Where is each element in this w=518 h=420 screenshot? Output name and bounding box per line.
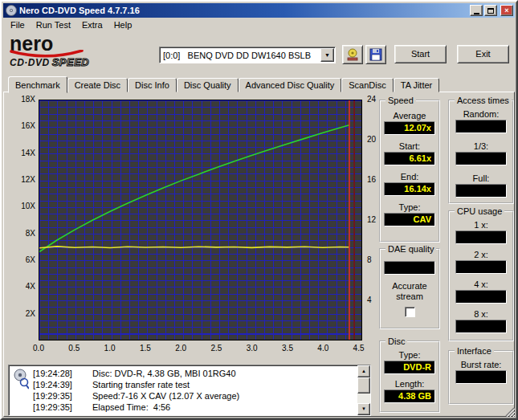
floppy-save-icon: [369, 48, 382, 61]
burst-rate-label: Burst rate:: [455, 360, 507, 370]
cpu-2x-label: 2 x:: [455, 250, 507, 260]
log-timestamp: [19:24:28]: [33, 368, 80, 379]
access-random-value: [455, 120, 507, 133]
y-axis-left-tick: 8X: [8, 229, 35, 239]
access-times-panel: Access times Random: 1/3: Full:: [448, 100, 514, 204]
menu-bar: File Run Test Extra Help: [3, 18, 515, 32]
log-text: Starting transfer rate test: [92, 379, 190, 390]
titlebar[interactable]: Nero CD-DVD Speed 4.7.7.16 ×: [3, 3, 515, 18]
menu-help[interactable]: Help: [108, 18, 138, 31]
menu-file[interactable]: File: [5, 18, 31, 31]
speed-panel-title: Speed: [385, 95, 416, 106]
minimize-button[interactable]: [470, 5, 483, 16]
cpu-usage-panel-title: CPU usage: [455, 206, 504, 217]
disc-length-label: Length:: [384, 379, 435, 389]
y-axis-left-tick: 6X: [8, 255, 35, 265]
exit-button[interactable]: Exit: [457, 45, 509, 63]
accurate-stream-checkbox[interactable]: [405, 307, 415, 317]
menu-extra[interactable]: Extra: [76, 18, 108, 31]
x-axis-tick: 2.0: [171, 344, 190, 353]
save-button[interactable]: [365, 45, 386, 64]
log-text: Speed:7-16 X CAV (12.07 X average): [92, 390, 239, 402]
disc-type-value: DVD-R: [384, 361, 435, 374]
speed-panel: Speed Average 12.07x Start: 6.61x End: 1…: [379, 100, 440, 243]
benchmark-chart: 18X16X14X12X10X8X6X4X2X24201612840.00.51…: [8, 95, 381, 363]
x-axis-tick: 0.5: [64, 344, 84, 353]
x-axis-tick: 3.5: [278, 344, 297, 353]
log-scrollbar[interactable]: ▲ ▼: [357, 365, 370, 415]
cpu-usage-panel: CPU usage 1 x: 2 x: 4 x: 8 x:: [448, 210, 514, 341]
tab-disc-quality[interactable]: Disc Quality: [177, 78, 239, 92]
y-axis-left-tick: 10X: [8, 202, 35, 211]
interface-panel-title: Interface: [455, 345, 494, 357]
log-timestamp: [19:24:39]: [33, 379, 80, 390]
log-line: [19:29:35] Elapsed Time: 4:56: [33, 402, 354, 413]
nero-swoosh-icon: [10, 50, 84, 59]
close-icon: ×: [504, 6, 508, 14]
cpu-2x-value: [455, 260, 507, 274]
dae-quality-value: [384, 261, 435, 275]
chevron-down-icon[interactable]: ▼: [320, 48, 334, 62]
access-third-value: [455, 152, 507, 165]
log-text: Disc: DVD-R, 4.38 GB, MBI 01RG40: [92, 368, 236, 379]
cpu-4x-label: 4 x:: [455, 279, 507, 290]
disc-length-value: 4.38 GB: [384, 389, 435, 403]
interface-panel: Interface Burst rate:: [448, 350, 514, 405]
y-axis-left-tick: 2X: [8, 309, 35, 319]
speed-average-label: Average: [384, 111, 435, 121]
access-third-label: 1/3:: [455, 141, 507, 152]
dae-quality-panel-title: DAE quality: [385, 243, 436, 255]
window-title: Nero CD-DVD Speed 4.7.7.16: [19, 6, 470, 15]
burst-rate-value: [455, 370, 507, 384]
menu-run-test[interactable]: Run Test: [31, 18, 76, 31]
start-button[interactable]: Start: [394, 45, 447, 63]
x-axis-tick: 3.0: [243, 344, 262, 353]
log-lines: [19:24:28] Disc: DVD-R, 4.38 GB, MBI 01R…: [33, 368, 354, 413]
tab-disc-info[interactable]: Disc Info: [128, 78, 177, 92]
drive-selector-value: [0:0] BENQ DVD DD DW1640 BSLB: [160, 51, 320, 60]
log-disc-icon: [13, 369, 29, 389]
cpu-1x-value: [455, 230, 507, 244]
disc-panel-title: Disc: [385, 336, 407, 347]
disc-type-label: Type:: [384, 350, 435, 361]
log-text: Elapsed Time: 4:56: [92, 402, 170, 413]
close-button[interactable]: ×: [500, 5, 513, 16]
tab-strip: Benchmark Create Disc Disc Info Disc Qua…: [8, 75, 439, 92]
eject-button[interactable]: [342, 45, 363, 64]
y-axis-left-tick: 18X: [8, 95, 35, 104]
eject-disc-icon: [345, 48, 360, 61]
cpu-8x-value: [455, 320, 507, 333]
scrollbar-thumb[interactable]: [357, 377, 370, 393]
tab-benchmark[interactable]: Benchmark: [8, 76, 67, 93]
drive-selector[interactable]: [0:0] BENQ DVD DD DW1640 BSLB ▼: [159, 47, 336, 63]
cpu-1x-label: 1 x:: [455, 220, 507, 230]
chart-series-layer: [39, 100, 361, 340]
x-axis-tick: 4.5: [349, 344, 369, 353]
log-line: [19:29:35] Speed:7-16 X CAV (12.07 X ave…: [33, 390, 354, 402]
speed-end-value: 16.14x: [384, 182, 435, 196]
tab-create-disc[interactable]: Create Disc: [67, 78, 128, 92]
scroll-down-icon[interactable]: ▼: [357, 403, 370, 415]
nero-logo: nero CD·DVDSPEED: [10, 34, 146, 72]
tab-advanced-disc-quality[interactable]: Advanced Disc Quality: [239, 78, 342, 92]
app-window: Nero CD-DVD Speed 4.7.7.16 × File Run Te…: [0, 0, 518, 420]
tab-scandisc[interactable]: ScanDisc: [341, 78, 393, 92]
log-timestamp: [19:29:35]: [33, 390, 80, 402]
accurate-stream-label: Accurate stream: [381, 281, 438, 302]
maximize-icon: [487, 8, 494, 14]
x-axis-tick: 4.0: [313, 344, 332, 353]
log-line: [19:24:39] Starting transfer rate test: [33, 379, 354, 390]
y-axis-left-tick: 14X: [8, 149, 35, 158]
y-axis-left-tick: 16X: [8, 121, 35, 131]
window-controls: ×: [470, 5, 513, 16]
x-axis-tick: 0.0: [29, 344, 48, 353]
series-read-speed: [39, 125, 349, 252]
access-times-panel-title: Access times: [455, 95, 512, 106]
tab-ta-jitter[interactable]: TA Jitter: [394, 78, 440, 92]
scroll-up-icon[interactable]: ▲: [357, 365, 370, 377]
series-rotation-speed: [39, 247, 349, 248]
maximize-button[interactable]: [484, 5, 497, 16]
y-axis-left-tick: 12X: [8, 175, 35, 185]
x-axis-tick: 2.5: [206, 344, 226, 353]
resize-grip[interactable]: [504, 406, 515, 417]
